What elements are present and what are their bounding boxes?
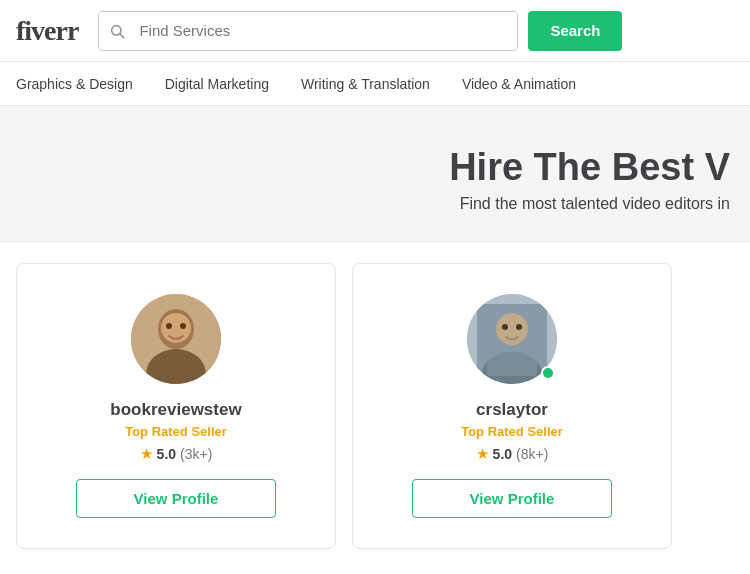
hero-subtitle: Find the most talented video editors in [20,195,730,213]
avatar-1 [131,294,221,384]
avatar-wrap-2 [467,294,557,384]
online-indicator-2 [541,366,555,380]
seller-card-1: bookreviewstew Top Rated Seller ★ 5.0 (3… [16,263,336,549]
rating-row-1: ★ 5.0 (3k+) [140,445,213,463]
nav-item-digital-marketing[interactable]: Digital Marketing [149,62,285,105]
search-button[interactable]: Search [528,11,622,51]
search-icon [99,12,135,50]
svg-point-7 [180,323,186,329]
header: fiverr Search [0,0,750,62]
username-2: crslaytor [476,400,548,420]
rating-score-2: 5.0 [493,446,512,462]
search-bar [98,11,518,51]
svg-point-6 [166,323,172,329]
svg-point-13 [516,324,522,330]
star-icon-2: ★ [476,445,489,463]
svg-rect-14 [487,346,537,376]
nav-item-writing[interactable]: Writing & Translation [285,62,446,105]
logo[interactable]: fiverr [16,15,78,47]
search-input[interactable] [135,12,517,50]
cards-section: bookreviewstew Top Rated Seller ★ 5.0 (3… [0,243,750,569]
username-1: bookreviewstew [110,400,241,420]
nav-item-video[interactable]: Video & Animation [446,62,592,105]
svg-point-12 [502,324,508,330]
rating-row-2: ★ 5.0 (8k+) [476,445,549,463]
hero-section: Hire The Best V Find the most talented v… [0,106,750,243]
view-profile-button-1[interactable]: View Profile [76,479,276,518]
seller-card-2: crslaytor Top Rated Seller ★ 5.0 (8k+) V… [352,263,672,549]
seller-badge-2: Top Rated Seller [461,424,563,439]
nav-item-graphics[interactable]: Graphics & Design [16,62,149,105]
seller-badge-1: Top Rated Seller [125,424,227,439]
rating-score-1: 5.0 [157,446,176,462]
rating-count-1: (3k+) [180,446,212,462]
avatar-wrap-1 [131,294,221,384]
star-icon-1: ★ [140,445,153,463]
navigation: Graphics & Design Digital Marketing Writ… [0,62,750,106]
svg-line-1 [120,34,124,38]
view-profile-button-2[interactable]: View Profile [412,479,612,518]
hero-title: Hire The Best V [20,146,730,189]
rating-count-2: (8k+) [516,446,548,462]
